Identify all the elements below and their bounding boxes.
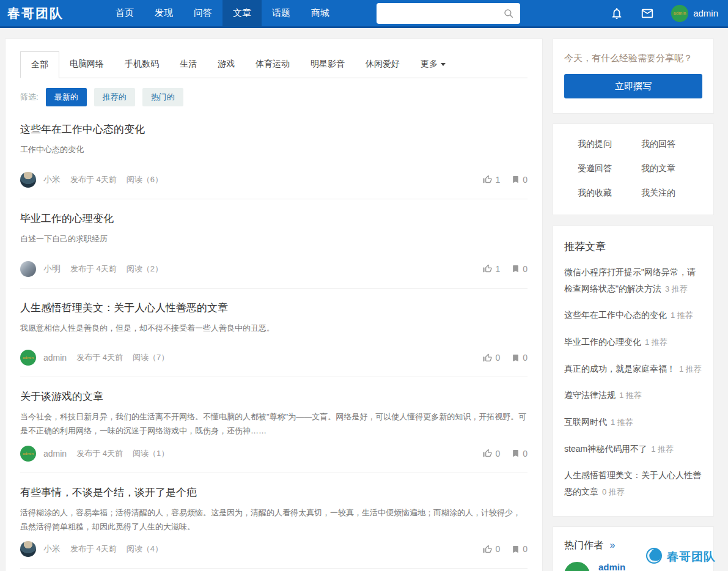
recommended-item[interactable]: 微信小程序打开提示"网络异常，请检查网络状态"的解决方法3 推荐 xyxy=(564,264,702,297)
filter-newest-button[interactable]: 最新的 xyxy=(46,88,87,106)
like-button[interactable]: 1 xyxy=(482,174,500,185)
like-button[interactable]: 1 xyxy=(482,263,500,274)
tab-mobile-digital[interactable]: 手机数码 xyxy=(114,51,169,78)
recommended-item[interactable]: 真正的成功，就是家庭幸福！1 推荐 xyxy=(564,361,702,377)
article-title[interactable]: 这些年在工作中心态的变化 xyxy=(20,122,528,136)
tab-leisure[interactable]: 休闲爱好 xyxy=(355,51,410,78)
article-meta: 小明 发布于 4天前 阅读（2） 1 0 xyxy=(20,261,528,277)
user-menu[interactable]: admin admin xyxy=(671,5,718,22)
recommended-item[interactable]: 这些年在工作中心态的变化1 推荐 xyxy=(564,307,702,323)
author-avatar[interactable]: admin xyxy=(564,562,590,571)
search-icon[interactable] xyxy=(503,8,514,21)
author-name[interactable]: 小明 xyxy=(43,263,61,274)
nav-item-mall[interactable]: 商城 xyxy=(301,0,340,28)
tab-computer-network[interactable]: 电脑网络 xyxy=(59,51,114,78)
article-title[interactable]: 毕业工作的心理变化 xyxy=(20,212,528,226)
author-avatar[interactable] xyxy=(20,261,36,277)
link-my-questions[interactable]: 我的提问 xyxy=(578,139,641,150)
recommended-articles-panel: 推荐文章 微信小程序打开提示"网络异常，请检查网络状态"的解决方法3 推荐 这些… xyxy=(553,226,714,517)
nav-item-home[interactable]: 首页 xyxy=(105,0,144,28)
article-summary: 工作中心态的变化 xyxy=(20,143,528,157)
recommended-item-title[interactable]: 真正的成功，就是家庭幸福！ xyxy=(564,364,675,374)
author-name[interactable]: admin xyxy=(43,449,67,459)
recommended-item[interactable]: 遵守法律法规1 推荐 xyxy=(564,387,702,403)
page-body: 全部 电脑网络 手机数码 生活 游戏 体育运动 明星影音 休闲爱好 更多 筛选:… xyxy=(0,28,728,571)
bookmark-count: 0 xyxy=(523,175,528,185)
notifications-bell-icon[interactable] xyxy=(610,7,623,20)
publish-time: 发布于 4天前 xyxy=(76,352,123,363)
messages-envelope-icon[interactable] xyxy=(641,7,654,20)
author-name[interactable]: admin xyxy=(43,353,67,363)
article-title[interactable]: 人生感悟哲理美文：关于人心人性善恶的文章 xyxy=(20,301,528,315)
nav-item-articles[interactable]: 文章 xyxy=(222,0,262,28)
recommended-item[interactable]: 毕业工作的心理变化1 推荐 xyxy=(564,334,702,350)
tab-sports[interactable]: 体育运动 xyxy=(245,51,300,78)
site-watermark: 春哥团队 xyxy=(645,547,716,567)
read-count: 阅读（6） xyxy=(127,174,163,185)
author-avatar[interactable] xyxy=(20,541,36,557)
article-title[interactable]: 有些事情，不谈是个结，谈开了是个疤 xyxy=(20,485,528,499)
article-stats: 0 0 xyxy=(482,544,528,554)
recommended-item-title[interactable]: 这些年在工作中心态的变化 xyxy=(564,310,667,320)
recommended-item-title[interactable]: steam神秘代码用不了 xyxy=(564,444,647,454)
recommend-count: 1 推荐 xyxy=(645,337,667,347)
tab-celebrity-media[interactable]: 明星影音 xyxy=(300,51,355,78)
bookmark-button[interactable]: 0 xyxy=(511,175,528,185)
site-logo[interactable]: 春哥团队 xyxy=(0,5,71,22)
article-item: 人生感悟哲理美文：关于人心人性善恶的文章 我愿意相信人性是善良的，但是，却不得不… xyxy=(20,289,528,378)
tab-games[interactable]: 游戏 xyxy=(207,51,245,78)
top-navbar: 春哥团队 首页 发现 问答 文章 话题 商城 admin admin xyxy=(0,0,728,28)
search-input[interactable] xyxy=(377,3,520,24)
bookmark-button[interactable]: 0 xyxy=(511,544,528,554)
category-tabs: 全部 电脑网络 手机数码 生活 游戏 体育运动 明星影音 休闲爱好 更多 xyxy=(20,51,528,78)
filter-hot-button[interactable]: 热门的 xyxy=(142,88,183,106)
tab-more-label: 更多 xyxy=(421,59,438,68)
bookmark-button[interactable]: 0 xyxy=(511,353,528,363)
tab-all[interactable]: 全部 xyxy=(20,51,59,78)
hot-authors-more-link[interactable]: » xyxy=(609,540,615,550)
recommended-item[interactable]: 人生感悟哲理美文：关于人心人性善恶的文章0 推荐 xyxy=(564,467,702,499)
author-avatar[interactable]: admin xyxy=(20,350,36,366)
article-item: 毕业工作的心理变化 自述一下自己的求职经历 小明 发布于 4天前 阅读（2） 1… xyxy=(20,199,528,289)
article-meta: 小米 发布于 4天前 阅读（4） 0 0 xyxy=(20,541,528,557)
author-avatar[interactable] xyxy=(20,172,36,188)
bookmark-button[interactable]: 0 xyxy=(511,264,528,274)
author-avatar[interactable]: admin xyxy=(20,446,36,462)
publish-time: 发布于 4天前 xyxy=(70,263,117,274)
nav-item-topics[interactable]: 话题 xyxy=(262,0,301,28)
recommended-item-title[interactable]: 毕业工作的心理变化 xyxy=(564,337,641,347)
write-prompt: 今天，有什么经验需要分享呢？ xyxy=(564,53,702,64)
link-invited-answers[interactable]: 受邀回答 xyxy=(578,163,641,174)
author-name[interactable]: 小米 xyxy=(43,543,61,554)
recommended-item[interactable]: steam神秘代码用不了1 推荐 xyxy=(564,441,702,457)
recommended-item-title[interactable]: 遵守法律法规 xyxy=(564,390,616,400)
like-button[interactable]: 0 xyxy=(482,544,500,554)
like-button[interactable]: 0 xyxy=(482,353,500,363)
nav-item-qa[interactable]: 问答 xyxy=(183,0,222,28)
recommended-item[interactable]: 互联网时代1 推荐 xyxy=(564,414,702,430)
article-summary: 当今社会，科技日新月异，我们的生活离不开网络。不懂电脑的人都被"尊称"为——文盲… xyxy=(20,410,528,438)
article-title[interactable]: 关于谈游戏的文章 xyxy=(20,389,528,403)
tab-more[interactable]: 更多 xyxy=(410,51,456,78)
filter-recommended-button[interactable]: 推荐的 xyxy=(94,88,135,106)
link-my-articles[interactable]: 我的文章 xyxy=(641,163,705,174)
write-now-button[interactable]: 立即撰写 xyxy=(564,74,702,98)
link-my-favorites[interactable]: 我的收藏 xyxy=(578,188,641,199)
nav-item-discover[interactable]: 发现 xyxy=(144,0,183,28)
user-avatar[interactable]: admin xyxy=(671,5,688,22)
link-my-answers[interactable]: 我的回答 xyxy=(641,139,705,150)
username-label: admin xyxy=(693,8,718,18)
recommended-item-title[interactable]: 人生感悟哲理美文：关于人心人性善恶的文章 xyxy=(564,470,701,496)
like-button[interactable]: 0 xyxy=(482,448,500,459)
right-sidebar: 今天，有什么经验需要分享呢？ 立即撰写 我的提问 我的回答 受邀回答 我的文章 … xyxy=(553,39,714,571)
link-my-follows[interactable]: 我关注的 xyxy=(641,188,705,199)
article-stats: 1 0 xyxy=(482,263,528,274)
tab-life[interactable]: 生活 xyxy=(169,51,207,78)
recommend-count: 1 推荐 xyxy=(611,418,633,427)
recommended-item-title[interactable]: 互联网时代 xyxy=(564,417,607,427)
bookmark-count: 0 xyxy=(523,264,528,274)
bookmark-button[interactable]: 0 xyxy=(511,449,528,459)
navbar-right: admin admin xyxy=(610,5,728,22)
article-meta: 小米 发布于 4天前 阅读（6） 1 0 xyxy=(20,172,528,188)
author-name[interactable]: 小米 xyxy=(43,174,61,185)
